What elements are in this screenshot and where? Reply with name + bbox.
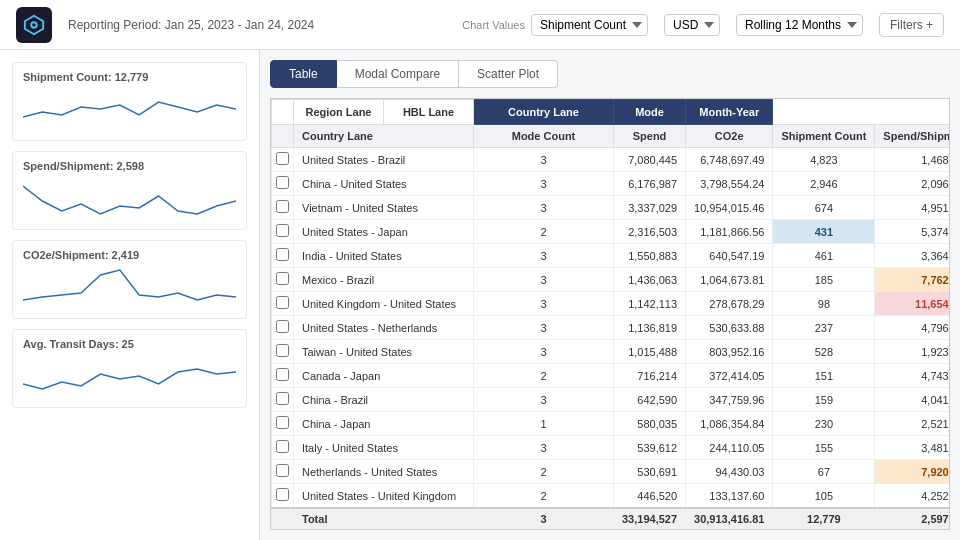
row-lane: Vietnam - United States <box>294 196 474 220</box>
row-spend-shipment: 11,654,211 <box>875 292 950 316</box>
row-spend: 1,136,819 <box>614 316 686 340</box>
row-shipment-count: 67 <box>773 460 875 484</box>
row-shipment-count: 105 <box>773 484 875 509</box>
row-mode-count: 3 <box>474 388 614 412</box>
col-cb <box>272 125 294 148</box>
tab-scatter-plot[interactable]: Scatter Plot <box>459 60 558 88</box>
col-co2e: CO2e <box>686 125 773 148</box>
row-spend: 1,142,113 <box>614 292 686 316</box>
table-row: United Kingdom - United States 3 1,142,1… <box>272 292 951 316</box>
col-header-region-lane[interactable]: Region Lane <box>294 100 384 125</box>
row-co2e: 530,633.88 <box>686 316 773 340</box>
row-checkbox[interactable] <box>272 196 294 220</box>
row-co2e: 133,137.60 <box>686 484 773 509</box>
total-shipment-count: 12,779 <box>773 508 875 530</box>
total-spend: 33,194,527 <box>614 508 686 530</box>
kpi-co2e-shipment: CO2e/Shipment: 2,419 <box>12 240 247 319</box>
row-shipment-count: 159 <box>773 388 875 412</box>
row-shipment-count: 461 <box>773 244 875 268</box>
row-spend-shipment: 1,468,058 <box>875 148 950 172</box>
row-spend-shipment: 4,743,142 <box>875 364 950 388</box>
table-row: Mexico - Brazil 3 1,436,063 1,064,673.81… <box>272 268 951 292</box>
row-spend: 3,337,029 <box>614 196 686 220</box>
row-lane: United States - Brazil <box>294 148 474 172</box>
row-lane: Canada - Japan <box>294 364 474 388</box>
table-row: China - United States 3 6,176,987 3,798,… <box>272 172 951 196</box>
row-spend-shipment: 1,923,272 <box>875 340 950 364</box>
row-mode-count: 3 <box>474 292 614 316</box>
header: Reporting Period: Jan 25, 2023 - Jan 24,… <box>0 0 960 50</box>
col-spend-shipment: Spend/Shipment <box>875 125 950 148</box>
table-row: United States - United Kingdom 2 446,520… <box>272 484 951 509</box>
main-content: Shipment Count: 12,779 Spend/Shipment: 2… <box>0 50 960 540</box>
row-shipment-count: 2,946 <box>773 172 875 196</box>
row-checkbox[interactable] <box>272 220 294 244</box>
row-mode-count: 2 <box>474 460 614 484</box>
tab-modal-compare[interactable]: Modal Compare <box>337 60 459 88</box>
row-checkbox[interactable] <box>272 436 294 460</box>
row-mode-count: 2 <box>474 484 614 509</box>
chart-values-control: Chart Values Shipment Count <box>462 14 648 36</box>
row-lane: United Kingdom - United States <box>294 292 474 316</box>
row-spend-shipment: 4,252,667 <box>875 484 950 509</box>
row-checkbox[interactable] <box>272 292 294 316</box>
row-mode-count: 3 <box>474 196 614 220</box>
row-shipment-count: 431 <box>773 220 875 244</box>
chart-values-label: Chart Values <box>462 19 525 31</box>
row-checkbox[interactable] <box>272 412 294 436</box>
row-co2e: 278,678.29 <box>686 292 773 316</box>
filters-button[interactable]: Filters + <box>879 13 944 37</box>
row-checkbox[interactable] <box>272 364 294 388</box>
row-checkbox[interactable] <box>272 316 294 340</box>
row-spend-shipment: 2,096,737 <box>875 172 950 196</box>
row-spend: 530,691 <box>614 460 686 484</box>
row-mode-count: 2 <box>474 364 614 388</box>
currency-control: USD <box>664 14 720 36</box>
row-spend-shipment: 7,920,766 <box>875 460 950 484</box>
col-header-month-year[interactable]: Month-Year <box>686 100 773 125</box>
row-checkbox[interactable] <box>272 484 294 509</box>
table-row: Netherlands - United States 2 530,691 94… <box>272 460 951 484</box>
svg-point-1 <box>31 22 37 28</box>
svg-marker-0 <box>25 15 43 33</box>
row-shipment-count: 151 <box>773 364 875 388</box>
currency-select[interactable]: USD <box>664 14 720 36</box>
rolling-select[interactable]: Rolling 12 Months <box>736 14 863 36</box>
row-shipment-count: 4,823 <box>773 148 875 172</box>
table-row: United States - Brazil 3 7,080,445 6,748… <box>272 148 951 172</box>
row-lane: Italy - United States <box>294 436 474 460</box>
row-lane: Netherlands - United States <box>294 460 474 484</box>
tab-table[interactable]: Table <box>270 60 337 88</box>
row-checkbox[interactable] <box>272 244 294 268</box>
row-spend: 716,214 <box>614 364 686 388</box>
row-checkbox[interactable] <box>272 268 294 292</box>
table-row: Vietnam - United States 3 3,337,029 10,9… <box>272 196 951 220</box>
col-header-country-lane[interactable]: Country Lane <box>474 100 614 125</box>
table-row: Canada - Japan 2 716,214 372,414.05 151 … <box>272 364 951 388</box>
row-shipment-count: 674 <box>773 196 875 220</box>
row-checkbox[interactable] <box>272 340 294 364</box>
row-checkbox[interactable] <box>272 172 294 196</box>
row-spend: 7,080,445 <box>614 148 686 172</box>
row-checkbox[interactable] <box>272 388 294 412</box>
row-checkbox[interactable] <box>272 148 294 172</box>
row-mode-count: 3 <box>474 172 614 196</box>
row-co2e: 1,181,866.56 <box>686 220 773 244</box>
row-lane: India - United States <box>294 244 474 268</box>
total-label: Total <box>294 508 474 530</box>
row-shipment-count: 528 <box>773 340 875 364</box>
shipment-count-select[interactable]: Shipment Count <box>531 14 648 36</box>
row-mode-count: 2 <box>474 220 614 244</box>
logo <box>16 7 52 43</box>
row-spend: 580,035 <box>614 412 686 436</box>
col-header-hbl-lane[interactable]: HBL Lane <box>384 100 474 125</box>
kpi-co2e-shipment-chart <box>23 265 236 310</box>
row-co2e: 347,759.96 <box>686 388 773 412</box>
kpi-shipment-count-chart <box>23 87 236 132</box>
col-spend: Spend <box>614 125 686 148</box>
row-checkbox[interactable] <box>272 460 294 484</box>
kpi-shipment-count-title: Shipment Count: 12,779 <box>23 71 236 83</box>
row-co2e: 640,547.19 <box>686 244 773 268</box>
col-header-mode[interactable]: Mode <box>614 100 686 125</box>
row-co2e: 3,798,554.24 <box>686 172 773 196</box>
